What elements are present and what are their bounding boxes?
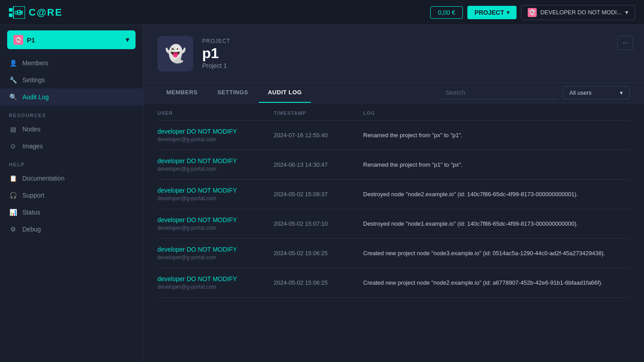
- sidebar-item-label: Status: [22, 209, 40, 216]
- sidebar-item-audit-log[interactable]: 🔍 Audit Log: [0, 88, 143, 105]
- user-email: developer@g-portal.com: [157, 166, 274, 172]
- log-entry: Destroyed node "node1.example.io" (id: 1…: [363, 220, 630, 227]
- project-selector[interactable]: 👻 P1 ▾: [7, 30, 136, 49]
- audit-icon: 🔍: [9, 93, 17, 101]
- timestamp: 2024-05-02 15:07:10: [274, 220, 363, 227]
- support-icon: 🎧: [9, 192, 17, 199]
- sidebar-item-members[interactable]: 👤 Members: [0, 55, 143, 72]
- sidebar-item-label: Settings: [22, 76, 45, 84]
- timestamp: 2024-06-13 14:30:47: [274, 161, 363, 168]
- resources-section-label: RESOURCES: [0, 105, 143, 121]
- sidebar-item-label: Support: [22, 192, 44, 199]
- project-selector-left: 👻 P1: [13, 35, 35, 45]
- svg-rect-0: [9, 8, 13, 12]
- chevron-down-icon: ▾: [507, 9, 509, 16]
- project-selector-label: P1: [27, 36, 35, 44]
- sidebar-item-label: Audit Log: [22, 93, 49, 101]
- help-section-label: HELP: [0, 155, 143, 170]
- sidebar-item-support[interactable]: 🎧 Support: [0, 187, 143, 204]
- user-name: developer DO NOT MODIFY: [157, 157, 274, 164]
- log-entry: Created new project node "node2.example.…: [363, 279, 630, 286]
- table-header: USER TIMESTAMP LOG: [157, 103, 630, 121]
- project-header: 👻 PROJECT p1 Project 1 ···: [143, 25, 644, 83]
- table-row: developer DO NOT MODIFY developer@g-port…: [157, 180, 630, 209]
- sidebar-item-documentation[interactable]: 📋 Documentation: [0, 170, 143, 187]
- col-user: USER: [157, 110, 274, 116]
- tab-members[interactable]: MEMBERS: [157, 83, 207, 103]
- user-label: DEVELOPER DO NOT MODI...: [540, 9, 622, 16]
- col-timestamp: TIMESTAMP: [274, 110, 363, 116]
- log-entry: Created new project node "node3.example.…: [363, 250, 630, 257]
- log-entry: Renamed the project from "p1" to "px".: [363, 161, 630, 168]
- table-row: developer DO NOT MODIFY developer@g-port…: [157, 209, 630, 239]
- tab-settings[interactable]: SETTINGS: [208, 83, 257, 103]
- sidebar-item-debug[interactable]: ⚙ Debug: [0, 221, 143, 238]
- sidebar-item-label: Debug: [22, 226, 41, 233]
- sidebar-item-label: Images: [22, 143, 43, 150]
- user-cell: developer DO NOT MODIFY developer@g-port…: [157, 128, 274, 143]
- images-icon: ⊙: [9, 143, 17, 150]
- log-entry: Renamed the project from "px" to "p1".: [363, 132, 630, 139]
- timestamp: 2024-05-02 15:06:25: [274, 279, 363, 286]
- sidebar-item-status[interactable]: 📊 Status: [0, 204, 143, 221]
- svg-text:ORE: ORE: [14, 10, 25, 16]
- sidebar-item-label: Documentation: [22, 175, 64, 182]
- user-cell: developer DO NOT MODIFY developer@g-port…: [157, 216, 274, 231]
- logo-icon: ORE: [9, 6, 25, 19]
- svg-rect-1: [9, 13, 13, 17]
- timestamp: 2024-05-02 15:06:25: [274, 250, 363, 257]
- sidebar-item-label: Nodes: [22, 126, 40, 133]
- user-name: developer DO NOT MODIFY: [157, 128, 274, 135]
- timestamp: 2024-07-16 12:55:40: [274, 132, 363, 139]
- tabs-right: All users ▾: [441, 86, 630, 99]
- table-row: developer DO NOT MODIFY developer@g-port…: [157, 268, 630, 298]
- sidebar-item-images[interactable]: ⊙ Images: [0, 138, 143, 155]
- balance-button[interactable]: 0,00 €: [430, 6, 463, 19]
- user-email: developer@g-portal.com: [157, 254, 274, 261]
- tabs-bar: MEMBERS SETTINGS AUDIT LOG All users ▾: [143, 83, 644, 103]
- topbar: ORE C@RE 0,00 € PROJECT ▾ 👻 DEVELOPER DO…: [0, 0, 644, 25]
- user-email: developer@g-portal.com: [157, 195, 274, 202]
- project-subtitle: Project 1: [202, 62, 230, 69]
- table-row: developer DO NOT MODIFY developer@g-port…: [157, 121, 630, 150]
- user-cell: developer DO NOT MODIFY developer@g-port…: [157, 246, 274, 261]
- users-dropdown[interactable]: All users ▾: [563, 86, 630, 99]
- table-row: developer DO NOT MODIFY developer@g-port…: [157, 239, 630, 268]
- logo: ORE C@RE: [9, 6, 425, 19]
- members-icon: 👤: [9, 59, 17, 67]
- user-email: developer@g-portal.com: [157, 225, 274, 231]
- user-cell: developer DO NOT MODIFY developer@g-port…: [157, 157, 274, 172]
- project-info: PROJECT p1 Project 1: [202, 38, 230, 69]
- sidebar-item-label: Members: [22, 59, 48, 67]
- sidebar-item-nodes[interactable]: ▤ Nodes: [0, 121, 143, 138]
- status-icon: 📊: [9, 209, 17, 216]
- user-name: developer DO NOT MODIFY: [157, 216, 274, 223]
- avatar: 👻: [528, 8, 537, 17]
- tab-audit-log[interactable]: AUDIT LOG: [259, 83, 311, 103]
- main-content: 👻 PROJECT p1 Project 1 ··· MEMBERS SETTI…: [143, 0, 644, 362]
- users-dropdown-label: All users: [569, 89, 592, 96]
- project-button[interactable]: PROJECT ▾: [467, 6, 517, 19]
- documentation-icon: 📋: [9, 175, 17, 182]
- timestamp: 2024-05-02 15:09:37: [274, 191, 363, 198]
- search-input[interactable]: [441, 86, 557, 99]
- col-log: LOG: [363, 110, 630, 116]
- user-chevron-icon: ▾: [625, 9, 628, 16]
- project-more-button[interactable]: ···: [617, 36, 633, 50]
- user-menu-button[interactable]: 👻 DEVELOPER DO NOT MODI... ▾: [521, 5, 635, 20]
- project-type-label: PROJECT: [202, 38, 230, 44]
- project-button-label: PROJECT: [475, 9, 504, 16]
- user-cell: developer DO NOT MODIFY developer@g-port…: [157, 187, 274, 202]
- logo-text: C@RE: [29, 7, 63, 18]
- sidebar-item-settings[interactable]: 🔧 Settings: [0, 72, 143, 88]
- user-name: developer DO NOT MODIFY: [157, 275, 274, 282]
- project-avatar: 👻: [157, 36, 193, 72]
- chevron-down-icon: ▾: [620, 89, 623, 96]
- settings-icon: 🔧: [9, 76, 17, 84]
- debug-icon: ⚙: [9, 226, 17, 233]
- user-email: developer@g-portal.com: [157, 284, 274, 290]
- user-name: developer DO NOT MODIFY: [157, 187, 274, 194]
- sidebar: 👻 P1 ▾ 👤 Members 🔧 Settings 🔍 Audit Log …: [0, 0, 143, 362]
- audit-table: USER TIMESTAMP LOG developer DO NOT MODI…: [143, 103, 644, 298]
- project-name: p1: [202, 46, 230, 60]
